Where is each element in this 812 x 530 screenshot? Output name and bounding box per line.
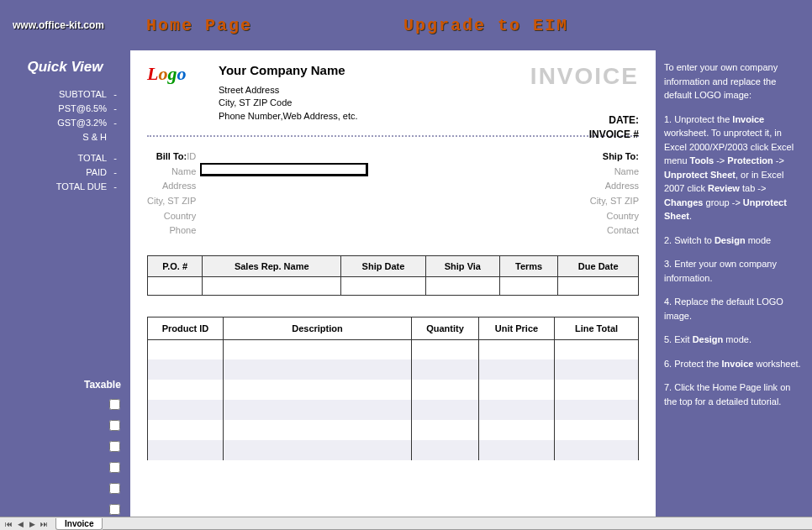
instruction-step: 1. Unprotect the Invoice worksheet. To u… [664, 113, 804, 223]
items-header: Product ID [148, 317, 224, 339]
home-page-link[interactable]: Home Page [146, 16, 252, 35]
qv-label: SUBTOTAL [7, 89, 107, 99]
taxable-checkbox[interactable] [109, 504, 120, 515]
instructions-intro: To enter your own company information an… [664, 60, 804, 102]
ship-to-block: Ship To: Name Address City, ST ZIP Count… [590, 150, 639, 239]
qv-label: PAID [7, 167, 107, 177]
logo-image: Logo [147, 63, 206, 109]
company-contact[interactable]: Phone Number,Web Address, etc. [219, 110, 639, 123]
header-bar: www.office-kit.com Home Page Upgrade to … [0, 0, 812, 50]
sheet-tabs-bar: ⏮ ◀ ▶ ⏭ Invoice [0, 517, 812, 530]
qv-label: S & H [7, 132, 107, 142]
items-header: Quantity [412, 317, 479, 339]
po-table: P.O. # Sales Rep. Name Ship Date Ship Vi… [147, 255, 639, 296]
qv-label: TOTAL DUE [7, 181, 107, 192]
po-header: Ship Via [425, 255, 499, 276]
taxable-checkbox[interactable] [109, 462, 120, 473]
date-block: DATE: INVOICE # [589, 113, 639, 142]
items-header: Description [224, 317, 412, 339]
po-header: Sales Rep. Name [203, 255, 341, 276]
instruction-step: 7. Click the Home Page link on the top f… [664, 380, 804, 408]
taxable-checkbox[interactable] [109, 441, 120, 452]
po-header: Due Date [558, 255, 639, 276]
item-cell[interactable] [148, 400, 224, 420]
po-header: Ship Date [341, 255, 426, 276]
ship-to-label: Country [590, 209, 639, 224]
instruction-step: 6. Protect the Invoice worksheet. [664, 357, 804, 371]
qv-value: - [107, 153, 124, 163]
po-cell[interactable] [341, 276, 426, 295]
divider [147, 135, 639, 137]
instruction-step: 5. Exit Design mode. [664, 333, 804, 347]
po-header: P.O. # [148, 255, 203, 276]
tab-last-icon[interactable]: ⏭ [39, 519, 49, 529]
qv-value: - [107, 167, 124, 177]
tab-first-icon[interactable]: ⏮ [3, 519, 13, 529]
qv-value [107, 132, 124, 142]
sheet-tab-invoice[interactable]: Invoice [55, 518, 103, 530]
po-cell[interactable] [558, 276, 639, 295]
instruction-step: 4. Replace the default LOGO image. [664, 295, 804, 323]
ship-to-label: Address [590, 179, 639, 194]
invoice-content: INVOICE DATE: INVOICE # Logo Your Compan… [130, 50, 656, 517]
quick-view-title: Quick View [7, 59, 124, 76]
item-cell[interactable] [148, 440, 224, 460]
po-cell[interactable] [425, 276, 499, 295]
instruction-step: 3. Enter your own company information. [664, 257, 804, 285]
upgrade-link[interactable]: Upgrade to EIM [403, 16, 568, 35]
po-cell[interactable] [203, 276, 341, 295]
bill-to-label: Name [147, 165, 196, 180]
invoice-number-label: INVOICE # [589, 128, 639, 142]
bill-to-label: Country [147, 209, 196, 224]
ship-to-label: City, ST ZIP [590, 194, 639, 209]
instructions-sidebar: To enter your own company information an… [656, 50, 812, 517]
qv-label: GST@3.2% [7, 118, 107, 128]
po-cell[interactable] [499, 276, 557, 295]
qv-label: TOTAL [7, 153, 107, 163]
date-label: DATE: [589, 113, 639, 128]
bill-to-header: Bill To: [156, 151, 187, 161]
bill-to-name-input[interactable] [200, 163, 368, 176]
qv-value: - [107, 118, 124, 128]
po-cell[interactable] [148, 276, 203, 295]
taxable-label: Taxable [84, 379, 121, 391]
instruction-step: 2. Switch to Design mode [664, 234, 804, 248]
ship-to-header: Ship To: [590, 150, 639, 165]
bill-to-label: Address [147, 179, 196, 194]
qv-value: - [107, 103, 124, 113]
items-table: Product ID Description Quantity Unit Pri… [147, 317, 639, 461]
site-url[interactable]: www.office-kit.com [13, 19, 104, 31]
qv-value: - [107, 181, 124, 192]
tab-next-icon[interactable]: ▶ [27, 519, 37, 529]
item-cell[interactable] [148, 420, 224, 440]
bill-to-block: Bill To:ID Name Address City, ST ZIP Cou… [147, 150, 368, 239]
ship-to-label: Name [590, 165, 639, 180]
qv-value: - [107, 89, 124, 99]
tab-prev-icon[interactable]: ◀ [15, 519, 25, 529]
item-cell[interactable] [148, 380, 224, 400]
items-header: Unit Price [479, 317, 555, 339]
invoice-title: INVOICE [530, 63, 639, 90]
bill-to-label: Phone [147, 223, 196, 239]
bill-to-label: City, ST ZIP [147, 194, 196, 209]
po-header: Terms [499, 255, 557, 276]
taxable-checkbox[interactable] [109, 483, 120, 494]
taxable-checkbox[interactable] [109, 420, 120, 431]
main-area: Quick View SUBTOTAL- PST@6.5%- GST@3.2%-… [0, 50, 812, 517]
items-header: Line Total [555, 317, 639, 339]
taxable-checkbox[interactable] [109, 399, 120, 410]
taxable-checkbox-column [109, 399, 120, 515]
qv-label: PST@6.5% [7, 103, 107, 113]
company-city[interactable]: City, ST ZIP Code [219, 97, 639, 109]
ship-to-label: Contact [590, 223, 639, 239]
item-cell[interactable] [148, 359, 224, 380]
item-cell[interactable] [148, 339, 224, 359]
